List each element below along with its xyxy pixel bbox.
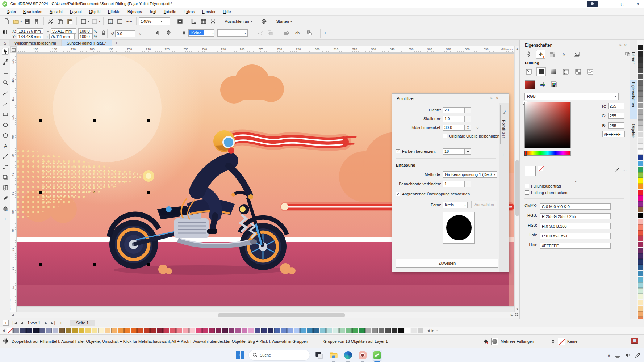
palette-swatch[interactable] xyxy=(638,306,643,311)
publish-pdf-icon[interactable]: PDF xyxy=(125,17,134,26)
edge-browser-icon[interactable] xyxy=(343,350,354,361)
document-swatch[interactable] xyxy=(150,328,156,333)
paste-icon[interactable] xyxy=(65,17,74,26)
palette-swatch[interactable] xyxy=(638,155,643,160)
open-folder-icon[interactable] xyxy=(12,17,20,26)
document-swatch[interactable] xyxy=(72,328,78,333)
undo-dropdown-icon[interactable]: ▾ xyxy=(88,20,90,23)
b-field[interactable]: 255 xyxy=(608,122,624,129)
save-icon[interactable] xyxy=(23,17,32,26)
menu-tabelle[interactable]: Tabelle xyxy=(160,9,180,14)
snap-to-dropdown[interactable]: Ausrichten an▾ xyxy=(223,17,255,26)
palette-swatch[interactable] xyxy=(638,236,643,241)
show-rulers-icon[interactable] xyxy=(190,17,198,26)
palette-swatch[interactable] xyxy=(638,103,643,108)
document-swatch[interactable] xyxy=(333,328,339,333)
palette-swatch[interactable] xyxy=(638,149,643,155)
method-dropdown[interactable]: Größenanpassung 1 (Deckk... ▾ xyxy=(443,171,497,178)
status-gear-icon[interactable] xyxy=(3,338,9,345)
palette-swatch[interactable] xyxy=(638,253,643,259)
uniform-fill-icon[interactable] xyxy=(536,67,546,76)
palette-swatch[interactable] xyxy=(638,184,643,189)
fountain-fill-icon[interactable] xyxy=(549,67,558,76)
document-swatch[interactable] xyxy=(379,328,384,333)
menu-hilfe[interactable]: Hilfe xyxy=(219,9,234,14)
print-icon[interactable] xyxy=(32,17,41,26)
export-icon[interactable]: ↑ xyxy=(116,17,124,26)
document-swatch[interactable] xyxy=(170,328,176,333)
freehand-tool[interactable] xyxy=(2,90,9,97)
palette-swatch[interactable] xyxy=(638,259,643,265)
open-folder-dropdown-icon[interactable]: ▾ xyxy=(20,20,22,23)
shape-dropdown[interactable]: Kreis ▾ xyxy=(443,202,468,208)
artistic-media-tool[interactable] xyxy=(2,100,9,107)
selection-handle[interactable] xyxy=(39,191,42,194)
home-tab-icon[interactable]: ⌂ xyxy=(0,40,9,46)
palette-swatch[interactable] xyxy=(638,190,643,195)
menu-extras[interactable]: Extras xyxy=(180,9,198,14)
color-palette-icon[interactable] xyxy=(551,81,557,88)
texture-fill-icon[interactable] xyxy=(586,67,595,76)
palette-swatch[interactable] xyxy=(638,161,643,166)
palette-swatch[interactable] xyxy=(638,265,643,270)
document-swatch[interactable] xyxy=(85,328,91,333)
pick-tool[interactable] xyxy=(2,48,9,55)
vertical-scrollbar[interactable]: ▲ ▼ xyxy=(514,46,519,312)
document-swatch[interactable] xyxy=(320,328,326,333)
document-swatch[interactable] xyxy=(346,328,352,333)
y-position-field[interactable]: 134.438 mm xyxy=(17,34,43,39)
palette-swatch[interactable] xyxy=(638,294,643,299)
scroll-down-icon[interactable]: ▼ xyxy=(515,307,520,312)
lock-ratio-icon[interactable] xyxy=(101,30,106,37)
document-swatch[interactable] xyxy=(92,328,97,333)
task-view-icon[interactable] xyxy=(314,350,325,361)
object-origin-icon[interactable] xyxy=(2,29,8,35)
selection-handle[interactable] xyxy=(147,191,150,194)
document-swatch[interactable] xyxy=(189,328,195,333)
bitmap-pattern-fill-icon[interactable] xyxy=(573,67,583,76)
limit-colors-stepper[interactable]: + xyxy=(465,148,471,155)
document-swatch[interactable] xyxy=(124,328,130,333)
horizontal-ruler[interactable]: Millimeter 15016017018019020021022023024… xyxy=(17,46,514,53)
eyedropper-icon[interactable] xyxy=(615,167,620,173)
merge-adjacent-stepper[interactable]: + xyxy=(465,181,471,187)
add-page-after-icon[interactable]: + xyxy=(59,321,63,325)
dimension-tool[interactable] xyxy=(2,153,9,160)
menu-layout[interactable]: Layout xyxy=(66,9,85,14)
options-gear-icon[interactable] xyxy=(260,17,268,26)
selection-handle[interactable] xyxy=(147,263,150,266)
color-field[interactable] xyxy=(524,102,571,148)
new-tab-button[interactable]: + xyxy=(112,40,121,46)
docker-close-icon[interactable]: × xyxy=(624,43,627,47)
docker-float-icon[interactable]: » xyxy=(490,96,492,100)
screen-angle-field[interactable]: 30.0 xyxy=(443,125,465,131)
fill-winding-checkbox[interactable] xyxy=(525,184,529,188)
limit-colors-checkbox[interactable]: ✓ xyxy=(396,149,400,153)
ruler-origin-button[interactable] xyxy=(10,46,17,53)
density-stepper[interactable]: + xyxy=(465,107,471,113)
palette-swatch[interactable] xyxy=(638,300,643,305)
palette-swatch[interactable] xyxy=(638,62,643,68)
vertical-ruler[interactable]: Millimeter 13012011010090807060504030201… xyxy=(10,53,17,312)
palette-menu-icon[interactable]: ≡ xyxy=(436,329,438,332)
palette-scroll-left2-icon[interactable]: ◀ xyxy=(427,329,430,332)
selection-handle[interactable] xyxy=(39,119,42,122)
rectangle-tool[interactable] xyxy=(2,111,9,118)
angle-dial-icon[interactable]: ○ xyxy=(476,125,479,130)
palette-swatch[interactable] xyxy=(638,143,643,149)
menu-ansicht[interactable]: Ansicht xyxy=(46,9,66,14)
palette-swatch[interactable] xyxy=(638,56,643,62)
document-swatch[interactable] xyxy=(411,328,417,333)
add-effect-icon[interactable]: + xyxy=(502,152,504,157)
palette-swatch[interactable] xyxy=(638,219,643,224)
collapse-chevron-icon[interactable]: ▲ xyxy=(574,180,577,183)
palette-swatch[interactable] xyxy=(638,126,643,131)
palette-swatch[interactable] xyxy=(638,97,643,102)
effects-section-icon[interactable]: fx xyxy=(560,50,569,59)
crop-tool[interactable] xyxy=(2,69,9,76)
document-swatch[interactable] xyxy=(222,328,228,333)
scale-stepper[interactable]: + xyxy=(465,116,471,122)
import-icon[interactable]: ↓ xyxy=(106,17,115,26)
page-tab[interactable]: Seite 1 xyxy=(70,320,95,326)
document-swatch[interactable] xyxy=(105,328,110,333)
